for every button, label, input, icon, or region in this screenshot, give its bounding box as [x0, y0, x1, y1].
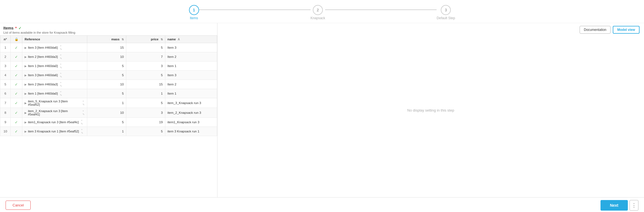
add-icon[interactable]: + — [81, 128, 83, 131]
documentation-button[interactable]: Documentation — [580, 26, 611, 34]
step-3[interactable]: 3 Default Step — [437, 5, 455, 20]
row-name: item 3 Knapsack run 1 — [165, 127, 217, 136]
row-check[interactable]: ✓ — [11, 71, 22, 80]
row-num: 4 — [0, 71, 11, 80]
add-icon[interactable]: + — [60, 81, 62, 84]
row-reference[interactable]: ▶ item1_Knapsack run 3 [Item #5eaf4c] + … — [22, 118, 87, 127]
step-2-label: Knapsack — [311, 16, 325, 20]
row-check[interactable]: ✓ — [11, 127, 22, 136]
expand-arrow-icon: ▶ — [25, 83, 27, 86]
step-1[interactable]: 1 Items — [189, 5, 199, 20]
edit-icon[interactable]: ✎ — [81, 132, 83, 134]
row-name: item_2_Knapsack run 3 — [165, 108, 217, 118]
row-check[interactable]: ✓ — [11, 108, 22, 118]
expand-arrow-icon: ▶ — [25, 46, 27, 49]
col-price[interactable]: price ⇅ — [126, 36, 165, 43]
reference-text: Item 2 [Item #460da3] — [28, 55, 58, 58]
row-num: 8 — [0, 108, 11, 118]
expand-arrow-icon: ▶ — [25, 55, 27, 58]
check-icon: ✓ — [15, 92, 18, 96]
table-row: 5✓ ▶ Item 2 [Item #460da3] + ✎ 1015Item … — [0, 80, 217, 89]
edit-icon[interactable]: ✎ — [60, 94, 62, 97]
expand-arrow-icon: ▶ — [25, 92, 27, 95]
row-reference[interactable]: ▶ item_5_Knapsack run 3 [Item #5eaf52] +… — [22, 98, 87, 108]
edit-icon[interactable]: ✎ — [60, 57, 62, 60]
row-check[interactable]: ✓ — [11, 43, 22, 52]
next-button[interactable]: Next — [601, 200, 628, 211]
row-reference[interactable]: ▶ Item 1 [Item #460da0] + ✎ — [22, 61, 87, 71]
no-display-text: No display setting in this step — [407, 108, 454, 112]
row-mass: 10 — [87, 52, 126, 61]
edit-icon[interactable]: ✎ — [60, 75, 62, 78]
check-icon: ✓ — [15, 129, 18, 134]
row-check[interactable]: ✓ — [11, 89, 22, 98]
row-reference[interactable]: ▶ Item 2 [Item #460da3] + ✎ — [22, 80, 87, 89]
row-mass: 1 — [87, 127, 126, 136]
row-reference[interactable]: ▶ Item 1 [Item #460da0] + ✎ — [22, 89, 87, 98]
row-reference[interactable]: ▶ item 3 Knapsack run 1 [Item #5eaf52] +… — [22, 127, 87, 136]
row-reference[interactable]: ▶ Item 3 [Item #460da6] + ✎ — [22, 71, 87, 80]
edit-icon[interactable]: ✎ — [83, 113, 85, 116]
table-row: 1✓ ▶ Item 3 [Item #460da6] + ✎ 155Item 3 — [0, 43, 217, 52]
add-icon[interactable]: + — [83, 110, 85, 112]
title-check-icon: ✓ — [18, 26, 21, 30]
row-name: Item 1 — [165, 89, 217, 98]
step-line-1 — [199, 9, 311, 10]
left-panel: Items * ✓ List of items available in the… — [0, 23, 217, 197]
row-check[interactable]: ✓ — [11, 61, 22, 71]
check-icon: ✓ — [15, 111, 18, 115]
add-icon[interactable]: + — [60, 54, 62, 56]
expand-arrow-icon: ▶ — [25, 130, 27, 133]
row-price: 3 — [126, 61, 165, 71]
row-mass: 5 — [87, 71, 126, 80]
add-icon[interactable]: + — [81, 119, 83, 122]
add-icon[interactable]: + — [60, 63, 62, 66]
check-icon: ✓ — [15, 101, 18, 105]
row-check[interactable]: ✓ — [11, 98, 22, 108]
add-icon[interactable]: + — [60, 90, 62, 93]
reference-text: item_5_Knapsack run 3 [Item #5eaf52] — [28, 100, 80, 106]
add-icon[interactable]: + — [60, 45, 62, 47]
row-name: Item 2 — [165, 52, 217, 61]
row-name: item_3_Knapsack run 3 — [165, 98, 217, 108]
col-mass[interactable]: mass ⇅ — [87, 36, 126, 43]
reference-text: item1_Knapsack run 3 [Item #5eaf4c] — [28, 120, 79, 124]
row-action-icons: + ✎ — [60, 45, 62, 51]
add-icon[interactable]: + — [83, 100, 85, 103]
row-reference[interactable]: ▶ Item 2 [Item #460da3] + ✎ — [22, 52, 87, 61]
reference-text: Item 2 [Item #460da3] — [28, 83, 58, 86]
row-mass: 5 — [87, 118, 126, 127]
table-row: 2✓ ▶ Item 2 [Item #460da3] + ✎ 107Item 2 — [0, 52, 217, 61]
col-reference[interactable]: Reference — [22, 36, 87, 43]
expand-arrow-icon: ▶ — [25, 74, 27, 77]
row-name: Item 1 — [165, 61, 217, 71]
more-options-button[interactable]: ⋮ — [630, 200, 638, 211]
row-check[interactable]: ✓ — [11, 80, 22, 89]
model-view-button[interactable]: Model view — [613, 26, 640, 34]
edit-icon[interactable]: ✎ — [60, 66, 62, 69]
check-icon: ✓ — [15, 46, 18, 50]
row-reference[interactable]: ▶ Item 3 [Item #460da6] + ✎ — [22, 43, 87, 52]
row-mass: 5 — [87, 61, 126, 71]
edit-icon[interactable]: ✎ — [83, 103, 85, 106]
edit-icon[interactable]: ✎ — [60, 85, 62, 87]
step-2[interactable]: 2 Knapsack — [311, 5, 325, 20]
reference-text: Item 3 [Item #460da6] — [28, 46, 58, 49]
row-check[interactable]: ✓ — [11, 52, 22, 61]
row-check[interactable]: ✓ — [11, 118, 22, 127]
col-name[interactable]: name A — [165, 36, 217, 43]
step-line-2 — [325, 9, 437, 10]
stepper: 1 Items 2 Knapsack 3 Default Step — [0, 0, 644, 23]
row-reference[interactable]: ▶ item_2_Knapsack run 3 [Item #5eaf41] +… — [22, 108, 87, 118]
add-icon[interactable]: + — [60, 72, 62, 75]
row-action-icons: + ✎ — [60, 90, 62, 97]
row-num: 2 — [0, 52, 11, 61]
check-icon: ✓ — [15, 120, 18, 124]
edit-icon[interactable]: ✎ — [81, 122, 83, 125]
step-3-circle: 3 — [441, 5, 451, 15]
edit-icon[interactable]: ✎ — [60, 48, 62, 51]
row-action-icons: + ✎ — [60, 81, 62, 87]
check-icon: ✓ — [15, 64, 18, 68]
cancel-button[interactable]: Cancel — [6, 201, 31, 210]
reference-text: item 3 Knapsack run 1 [Item #5eaf52] — [28, 130, 79, 133]
